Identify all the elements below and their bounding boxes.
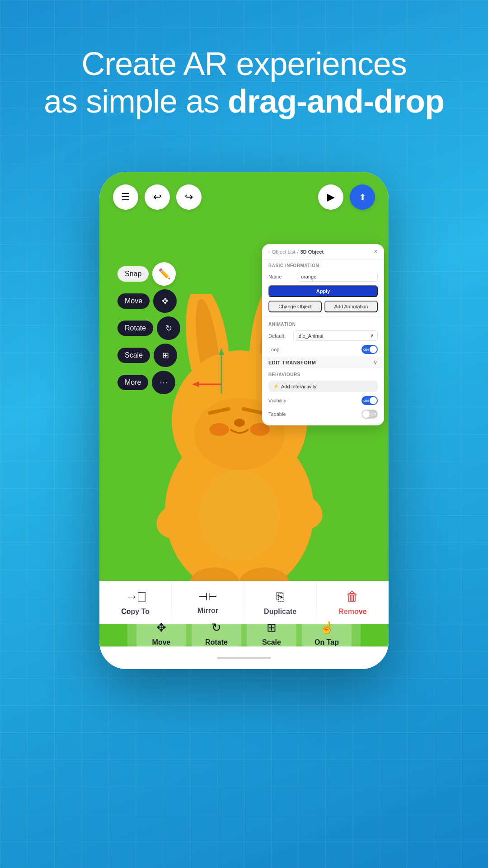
add-interactivity-label: Add Interactivity (281, 384, 316, 389)
lightning-icon: ⚡ (273, 383, 279, 389)
move-tab-label: Move (152, 638, 171, 646)
add-annotation-button[interactable]: Add Annotation (324, 301, 378, 312)
loop-toggle[interactable] (361, 345, 378, 354)
tab-on-tap[interactable]: ☝ On Tap (302, 614, 352, 653)
duplicate-icon: ⎘ (277, 590, 284, 604)
scale-tab-label: Scale (262, 638, 281, 646)
move-tool-row: Move ✥ (117, 289, 180, 313)
scale-tool-row: Scale ⊞ (117, 344, 180, 367)
menu-icon: ☰ (121, 191, 130, 203)
on-tap-icon: ☝ (319, 621, 334, 635)
move-icon: ✥ (162, 296, 169, 306)
move-tab-icon: ✥ (156, 621, 166, 635)
edit-transform-chevron-icon[interactable]: ∨ (373, 359, 378, 366)
change-object-button[interactable]: Change Object (268, 301, 322, 312)
rotate-icon: ↻ (165, 323, 172, 333)
add-interactivity-button[interactable]: ⚡ Add Interactivity (268, 381, 378, 392)
svg-point-9 (209, 423, 229, 436)
apply-btn-row: Apply (262, 283, 384, 299)
copy-to-icon: →⎕ (125, 590, 145, 604)
more-label: More (117, 375, 148, 390)
animation-title: ANIMATION (262, 318, 384, 329)
visibility-toggle[interactable] (361, 396, 378, 405)
mirror-icon: ⊣⊢ (198, 590, 217, 603)
undo-button[interactable]: ↩ (145, 184, 170, 210)
rotate-tab-label: Rotate (205, 638, 228, 646)
on-tap-label: On Tap (314, 638, 339, 646)
dropdown-chevron-icon: ∨ (370, 333, 374, 339)
default-anim-row: Default Idle_Animal ∨ (262, 329, 384, 343)
tapable-label: Tapable (268, 411, 286, 417)
phone-mockup: ☰ ↩ ↪ ▶ ⬆ (99, 172, 389, 669)
redo-icon: ↪ (185, 191, 193, 203)
tapable-row: Tapable (262, 407, 384, 421)
edit-transform-section: EDIT TRANSFORM ∨ (262, 356, 384, 368)
hero-line2-bold: drag-and-drop (228, 83, 444, 119)
tapable-toggle[interactable] (361, 410, 378, 419)
info-panel-header: ‹ Object List / 3D Object ✕ (262, 244, 384, 259)
move-label: Move (117, 293, 150, 309)
more-icon: ⋯ (160, 377, 168, 387)
loop-row: Loop (262, 343, 384, 356)
share-button[interactable]: ⬆ (350, 184, 375, 210)
play-icon: ▶ (327, 191, 335, 203)
default-label: Default (268, 333, 293, 339)
default-dropdown[interactable]: Idle_Animal ∨ (293, 330, 378, 341)
name-label: Name (268, 274, 293, 279)
hero-section: Create AR experiences as simple as drag-… (0, 45, 488, 120)
svg-marker-20 (192, 382, 199, 387)
visibility-row: Visibility (262, 394, 384, 407)
scale-icon: ⊞ (162, 350, 169, 360)
phone-screen: ☰ ↩ ↪ ▶ ⬆ (99, 172, 389, 646)
breadcrumb-separator: / (297, 249, 299, 255)
name-input[interactable] (297, 272, 378, 282)
behaviours-title: BEHAVIOURS (262, 368, 384, 379)
rotate-label: Rotate (117, 321, 153, 336)
svg-point-11 (234, 419, 245, 427)
svg-point-16 (199, 470, 280, 561)
top-bar-left: ☰ ↩ ↪ (113, 184, 202, 210)
scale-icon-btn[interactable]: ⊞ (154, 344, 177, 367)
tool-panel: Snap ✏️ Move ✥ Rotate ↻ (117, 262, 180, 394)
play-button[interactable]: ▶ (318, 184, 343, 210)
snap-icon: ✏️ (158, 268, 170, 280)
more-icon-btn[interactable]: ⋯ (152, 371, 175, 394)
rotate-tab-icon: ↻ (211, 621, 221, 635)
tab-move[interactable]: ✥ Move (136, 614, 186, 653)
menu-button[interactable]: ☰ (113, 184, 138, 210)
close-icon[interactable]: ✕ (374, 249, 378, 255)
bottom-tabs: ✥ Move ↻ Rotate ⊞ Scale ☝ On Tap (127, 607, 361, 660)
redo-button[interactable]: ↪ (176, 184, 202, 210)
more-tool-row: More ⋯ (117, 371, 180, 394)
undo-icon: ↩ (153, 191, 161, 203)
visibility-label: Visibility (268, 398, 286, 403)
tab-scale[interactable]: ⊞ Scale (247, 614, 296, 653)
axis-arrows (190, 344, 253, 407)
breadcrumb-current: 3D Object (300, 249, 324, 255)
name-field-row: Name (262, 270, 384, 283)
snap-icon-btn[interactable]: ✏️ (152, 262, 176, 286)
apply-button[interactable]: Apply (268, 285, 378, 297)
breadcrumb-chevron: ‹ (268, 249, 270, 255)
loop-label: Loop (268, 347, 279, 352)
default-value: Idle_Animal (297, 333, 323, 339)
tab-rotate[interactable]: ↻ Rotate (192, 614, 241, 653)
rotate-tool-row: Rotate ↻ (117, 316, 180, 340)
info-panel: ‹ Object List / 3D Object ✕ BASIC INFORM… (262, 244, 384, 425)
phone-frame: ☰ ↩ ↪ ▶ ⬆ (99, 172, 389, 669)
svg-marker-18 (219, 348, 224, 355)
snap-tool-row: Snap ✏️ (117, 262, 180, 286)
scale-tab-icon: ⊞ (267, 621, 277, 635)
breadcrumb: ‹ Object List / 3D Object (268, 249, 324, 255)
move-icon-btn[interactable]: ✥ (153, 289, 177, 313)
share-icon: ⬆ (359, 192, 366, 202)
basic-info-title: BASIC INFORMATION (262, 259, 384, 270)
breadcrumb-parent: Object List (272, 249, 296, 255)
edit-transform-label: EDIT TRANSFORM (268, 360, 316, 365)
hero-line2-normal: as simple as (44, 83, 228, 119)
top-bar-right: ▶ ⬆ (318, 184, 375, 210)
scale-label: Scale (117, 348, 150, 363)
top-bar: ☰ ↩ ↪ ▶ ⬆ (99, 172, 389, 217)
rotate-icon-btn[interactable]: ↻ (157, 316, 180, 340)
object-btn-row: Change Object Add Annotation (262, 299, 384, 314)
